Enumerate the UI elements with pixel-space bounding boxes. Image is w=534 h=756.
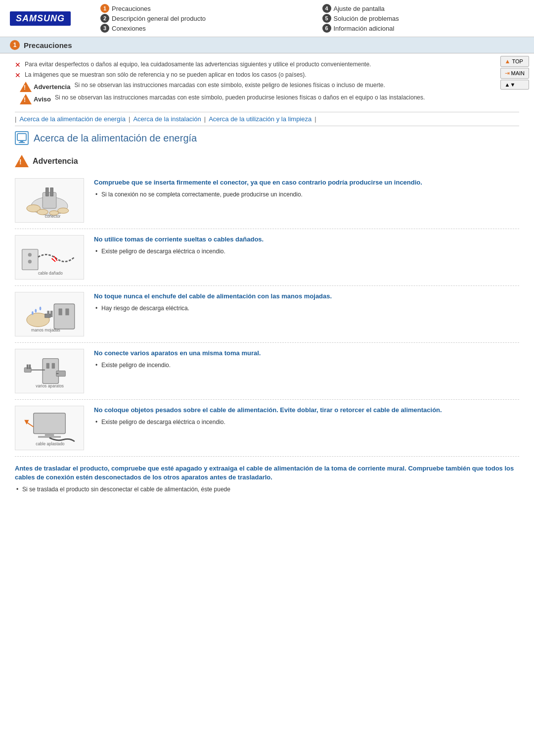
notice-2: ✕ La imágenes que se muestran son sólo d… (15, 71, 519, 79)
nav-item-descripcion[interactable]: 2 Descripción general del producto (100, 14, 302, 23)
svg-rect-6 (50, 188, 53, 196)
plug-title: No toque nunca el enchufe del cable de a… (94, 292, 519, 301)
connector-content: Compruebe que se inserta firmemente el c… (94, 178, 519, 198)
nav-item-informacion[interactable]: 6 Información adicional (322, 24, 525, 33)
nav-num-4: 4 (322, 4, 331, 13)
svg-text:cable dañado: cable dañado (38, 271, 63, 276)
section-heading: Acerca de la alimentación de energía (15, 131, 519, 145)
nav-label-3: Conexiones (112, 25, 146, 32)
section-nav-links: | Acerca de la alimentación de energía |… (15, 112, 519, 126)
main-content: ▲ TOP ⇥ MAIN ▲▼ ✕ Para evitar desperfect… (0, 53, 534, 503)
page-num-circle: 1 (10, 40, 20, 50)
socket-bullet-0: Existe peligro de incendio. (94, 362, 519, 369)
svg-rect-18 (65, 308, 69, 315)
asterisk-icon-1: ✕ (15, 61, 21, 69)
warning-icon-aviso: ! Aviso (20, 94, 51, 104)
top-button[interactable]: ▲ TOP (500, 56, 530, 67)
warning-block-advertencia: ! Advertencia Si no se observan las inst… (15, 82, 519, 92)
svg-text:manos mojadas: manos mojadas (31, 328, 60, 332)
svg-rect-0 (17, 134, 26, 141)
warning-item-plug: manos mojadas No toque nunca el enchufe … (15, 286, 519, 343)
svg-point-25 (32, 311, 34, 315)
warning-block-aviso: ! Aviso Si no se observan las instruccio… (15, 94, 519, 104)
plug-image: manos mojadas (15, 292, 84, 336)
svg-rect-39 (38, 436, 61, 438)
top-label: TOP (512, 58, 523, 64)
last-block-bullet-0: Si se traslada el producto sin desconect… (15, 486, 519, 493)
svg-rect-12 (22, 249, 38, 270)
sep-1: | (129, 115, 130, 123)
subsection-header: ! Advertencia (15, 155, 519, 167)
sep-start: | (15, 115, 16, 123)
top-arrow-icon: ▲ (505, 58, 511, 65)
svg-line-40 (27, 422, 34, 426)
nav-links: 1 Precauciones 4 Ajuste de pantalla 2 De… (100, 4, 524, 33)
heavy-bullet-0: Existe peligro de descarga eléctrica o i… (94, 419, 519, 425)
connector-title: Compruebe que se inserta firmemente el c… (94, 178, 519, 187)
socket-content: No conecte varios aparatos en una misma … (94, 349, 519, 369)
svg-rect-28 (46, 363, 49, 369)
nav-item-precauciones[interactable]: 1 Precauciones (100, 4, 302, 13)
heavy-title: No coloque objetos pesados sobre el cabl… (94, 406, 519, 415)
plug-content: No toque nunca el enchufe del cable de a… (94, 292, 519, 312)
nav-num-1: 1 (100, 4, 109, 13)
heavy-image: cable aplastado (15, 406, 84, 450)
svg-rect-29 (52, 363, 55, 369)
svg-text:varios aparatos: varios aparatos (36, 383, 64, 388)
svg-rect-4 (43, 192, 56, 208)
nav-label-2: Descripción general del producto (112, 15, 206, 22)
nav-item-solucion[interactable]: 5 Solución de problemas (322, 14, 525, 23)
nav-arrows-button[interactable]: ▲▼ (500, 80, 530, 90)
section-link-utilizacion[interactable]: Acerca de la utilización y la limpieza (209, 115, 312, 123)
cable-image: cable dañado (15, 235, 84, 280)
warning-item-cable: cable dañado No utilice tomas de corrien… (15, 229, 519, 286)
warning-icon-advertencia: ! Advertencia (20, 82, 70, 92)
section-link-alimentacion[interactable]: Acerca de la alimentación de energía (19, 115, 126, 123)
heavy-content: No coloque objetos pesados sobre el cabl… (94, 406, 519, 425)
svg-rect-2 (19, 142, 25, 143)
warning-item-connector: conector Compruebe que se inserta firmem… (15, 172, 519, 229)
nav-num-5: 5 (322, 14, 331, 23)
page-title-bar: 1 Precauciones (0, 37, 534, 53)
nav-label-1: Precauciones (112, 5, 151, 12)
warning-item-heavy: cable aplastado No coloque objetos pesad… (15, 400, 519, 457)
svg-point-24 (40, 307, 42, 310)
last-text-block: Antes de trasladar el producto, comprueb… (15, 457, 519, 495)
nav-label-5: Solución de problemas (334, 15, 399, 22)
nav-label-4: Ajuste de pantalla (334, 5, 385, 12)
notice-text-1: Para evitar desperfectos o daños al equi… (25, 61, 371, 68)
svg-rect-31 (27, 365, 29, 369)
socket-title: No conecte varios aparatos en una misma … (94, 349, 519, 358)
connector-bullet-0: Si la conexión no se completa correctame… (94, 191, 519, 198)
header: SAMSUNG 1 Precauciones 4 Ajuste de panta… (0, 0, 534, 37)
svg-rect-1 (20, 141, 23, 142)
warning-text-advertencia: Si no se observan las instrucciones marc… (74, 82, 385, 89)
svg-point-10 (58, 208, 69, 213)
cable-bullet-0: Existe peligro de descarga eléctrica o i… (94, 248, 519, 255)
cable-title: No utilice tomas de corriente sueltas o … (94, 235, 519, 244)
svg-rect-38 (45, 434, 54, 436)
plug-bullet-0: Hay riesgo de descarga eléctrica. (94, 305, 519, 312)
svg-rect-22 (50, 311, 53, 317)
svg-rect-16 (54, 304, 75, 329)
main-button[interactable]: ⇥ MAIN (500, 68, 530, 79)
nav-item-ajuste[interactable]: 4 Ajuste de pantalla (322, 4, 525, 13)
subsection-label: Advertencia (33, 157, 78, 166)
nav-num-2: 2 (100, 14, 109, 23)
main-arrow-icon: ⇥ (505, 70, 510, 77)
svg-rect-5 (46, 188, 49, 196)
cable-content: No utilice tomas de corriente sueltas o … (94, 235, 519, 255)
svg-point-23 (35, 309, 37, 312)
nav-num-3: 3 (100, 24, 109, 33)
page-title-text: Precauciones (24, 41, 72, 49)
svg-point-14 (28, 260, 32, 263)
nav-item-conexiones[interactable]: 3 Conexiones (100, 24, 302, 33)
svg-rect-32 (29, 365, 31, 369)
section-link-instalacion[interactable]: Acerca de la instalación (133, 115, 201, 123)
main-label: MAIN (511, 70, 525, 76)
samsung-logo: SAMSUNG (10, 11, 71, 26)
notice-text-2: La imágenes que se muestran son sólo de … (25, 71, 307, 78)
nav-arrows-icon: ▲▼ (505, 82, 516, 88)
svg-text:cable aplastado: cable aplastado (36, 441, 65, 446)
sep-2: | (204, 115, 206, 123)
